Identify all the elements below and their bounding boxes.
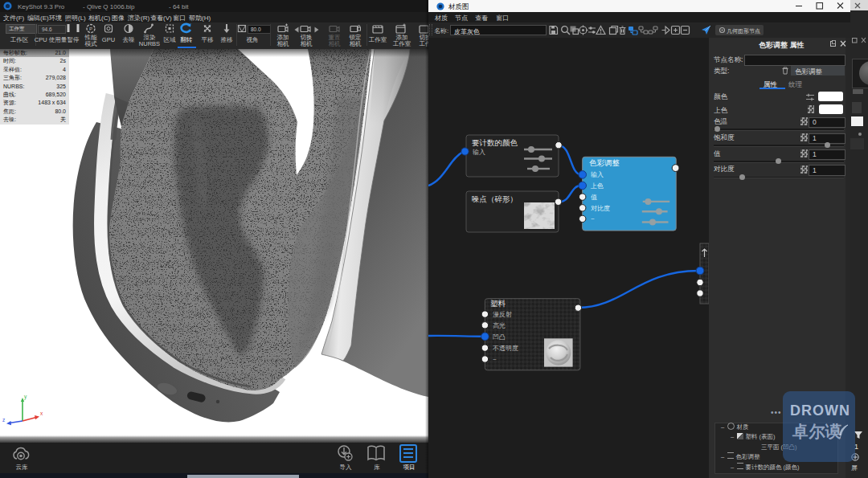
svg-text:上色: 上色	[590, 182, 604, 190]
svg-text:色彩调整: 色彩调整	[589, 158, 620, 167]
svg-text:对比度: 对比度	[591, 205, 610, 212]
svg-text:塑料: 塑料	[490, 299, 506, 308]
svg-text:z: z	[2, 417, 5, 423]
svg-text:P: P	[89, 27, 92, 31]
svg-text:漫反射: 漫反射	[493, 311, 512, 318]
svg-text:输入: 输入	[591, 171, 604, 178]
svg-text:输入: 输入	[473, 149, 485, 156]
svg-text:值: 值	[591, 194, 597, 201]
svg-text:~: ~	[591, 215, 595, 223]
svg-text:凹凸: 凹凸	[493, 333, 506, 341]
svg-text:要计数的颜色: 要计数的颜色	[472, 138, 518, 147]
svg-text:~: ~	[493, 356, 497, 363]
svg-text:噪点（碎形）: 噪点（碎形）	[472, 194, 518, 203]
svg-text:不透明度: 不透明度	[493, 345, 518, 352]
svg-text:高光: 高光	[493, 322, 506, 329]
